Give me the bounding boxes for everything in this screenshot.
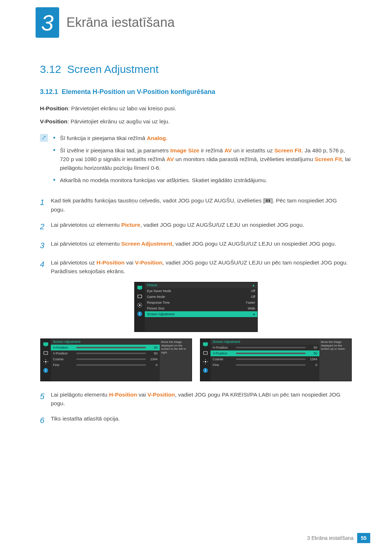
svg-rect-3: [269, 199, 270, 202]
step-number: 2: [40, 221, 51, 233]
note-item-2: Šī izvēlne ir pieejama tikai tad, ja par…: [53, 146, 352, 172]
svg-rect-9: [139, 313, 140, 315]
gear-icon: [136, 302, 143, 308]
svg-rect-1: [266, 199, 267, 202]
osd-slider-row: V-Position50: [211, 350, 319, 356]
step-number: 6: [40, 414, 51, 427]
footer-label: 3 Ekrāna iestatīšana: [307, 535, 354, 541]
osd-slider-row: V-Position50: [51, 350, 160, 356]
osd-slider-row: H-Position50: [211, 345, 319, 350]
svg-rect-16: [45, 370, 46, 372]
osd-slider-row: Fine0: [211, 362, 319, 368]
osd-slider-row: Fine0: [51, 362, 160, 368]
osd-head-label: Picture: [147, 283, 157, 287]
svg-rect-23: [205, 370, 205, 372]
osd-hint: Move the image displayed on the screen u…: [319, 339, 351, 381]
step-3: 3 Lai pārvietotos uz elementu Screen Adj…: [40, 239, 352, 252]
step-5: 5 Lai pielāgotu elementu H-Position vai …: [40, 390, 352, 408]
page-title: Ekrāna iestatīšana: [66, 15, 175, 30]
svg-rect-18: [203, 342, 208, 346]
chapter-header: 3 Ekrāna iestatīšana: [0, 0, 392, 45]
monitor-icon: [202, 341, 209, 348]
osd-row: Response TimeFaster: [145, 300, 257, 305]
svg-point-17: [45, 369, 46, 370]
osd-side-icons: [41, 339, 51, 381]
svg-rect-13: [44, 352, 48, 354]
subsection-title: Elementa H-Position un V-Position konfig…: [62, 88, 215, 95]
step-number: 5: [40, 390, 51, 408]
svg-rect-2: [268, 199, 269, 202]
monitor-icon: [136, 284, 143, 291]
page-footer: 3 Ekrāna iestatīšana 55: [307, 533, 370, 543]
step-number: 3: [40, 239, 51, 252]
svg-point-14: [45, 361, 46, 362]
svg-point-21: [205, 361, 206, 362]
info-note-block: Šī funkcija ir pieejama tikai režīmā Ana…: [40, 134, 352, 188]
osd-main: Picture▲ Eye Saver ModeOffGame ModeOffRe…: [145, 282, 257, 332]
osd-slider-row: Coarse1344: [211, 356, 319, 362]
note-item-3: Atkarībā no modeļa monitora funkcijas va…: [53, 176, 352, 185]
svg-point-7: [139, 304, 140, 306]
svg-point-10: [139, 312, 140, 313]
resize-icon: [202, 350, 209, 356]
osd-picture-menu: Picture▲ Eye Saver ModeOffGame ModeOffRe…: [135, 282, 257, 332]
osd-side-icons: [135, 282, 145, 332]
hposition-description: H-Position: Pārvietojiet ekrānu uz labo …: [40, 104, 352, 112]
osd-row: Game ModeOff: [145, 294, 257, 300]
svg-rect-6: [138, 295, 142, 298]
svg-point-24: [205, 369, 206, 370]
monitor-icon: [42, 341, 49, 348]
svg-rect-19: [204, 346, 206, 346]
svg-rect-12: [45, 346, 46, 346]
vposition-description: V-Position: Pārvietojiet ekrānu uz augšu…: [40, 118, 352, 126]
step-4: 4 Lai pārvietotos uz H-Position vai V-Po…: [40, 258, 352, 276]
osd-slider-row: Coarse1344: [51, 356, 160, 362]
osd-head-label: Screen Adjustment: [53, 340, 81, 344]
chapter-badge: 3: [36, 7, 59, 38]
section-number: 3.12: [40, 63, 61, 75]
info-icon: [40, 134, 48, 142]
step-1: 1 Kad tiek parādīts funkcijas taustiņu c…: [40, 196, 352, 214]
info-icon: [42, 367, 49, 374]
osd-side-icons: [200, 339, 211, 381]
menu-icon: [265, 197, 271, 205]
osd-row: Picture SizeWide: [145, 305, 257, 311]
osd-head-label: Screen Adjustment: [213, 340, 240, 344]
svg-rect-4: [137, 286, 142, 289]
step-2: 2 Lai pārvietotos uz elementu Picture, v…: [40, 221, 352, 233]
subsection-3-12-1-heading: 3.12.1 Elementa H-Position un V-Position…: [40, 88, 352, 96]
resize-icon: [42, 350, 49, 356]
subsection-number: 3.12.1: [40, 88, 58, 95]
info-icon: [136, 311, 143, 317]
osd-main: Screen Adjustment H-Position50V-Position…: [211, 339, 319, 381]
osd-row-selected: Screen Adjustment▸: [145, 311, 257, 317]
svg-rect-11: [43, 342, 48, 346]
step-6: 6 Tiks iestatīta atlasītā opcija.: [40, 414, 352, 427]
osd-slider-row: H-Position50: [51, 345, 160, 350]
step-number: 1: [40, 196, 51, 214]
section-title: Screen Adjustment: [67, 63, 159, 75]
up-arrow-icon: ▲: [252, 283, 255, 287]
step-number: 4: [40, 258, 51, 276]
osd-row: Eye Saver ModeOff: [145, 288, 257, 294]
note-item-1: Šī funkcija ir pieejama tikai režīmā Ana…: [53, 134, 352, 143]
svg-rect-20: [204, 352, 208, 354]
gear-icon: [202, 358, 209, 365]
section-3-12-heading: 3.12 Screen Adjustment: [40, 63, 352, 75]
resize-icon: [136, 293, 143, 300]
osd-hposition-panel: Screen Adjustment H-Position50V-Position…: [41, 339, 192, 381]
page-number: 55: [357, 533, 370, 543]
info-icon: [202, 367, 209, 374]
osd-vposition-panel: Screen Adjustment H-Position50V-Position…: [200, 339, 351, 381]
svg-rect-5: [139, 290, 140, 290]
osd-hint: Move the image displayed on the screen t…: [160, 339, 192, 381]
osd-main: Screen Adjustment H-Position50V-Position…: [51, 339, 160, 381]
gear-icon: [42, 358, 49, 365]
